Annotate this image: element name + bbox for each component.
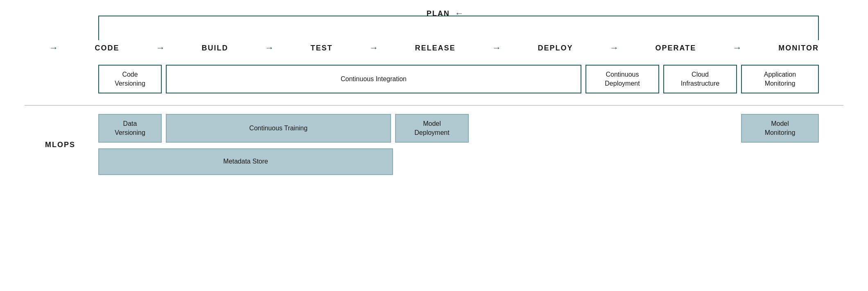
box-cloud-label: Cloud Infrastructure bbox=[681, 70, 719, 89]
box-metadata-store: Metadata Store bbox=[98, 148, 393, 175]
mlops-section: MLOPS Data Versioning Continuous Trainin… bbox=[49, 114, 819, 175]
box-code-versioning-label: Code Versioning bbox=[115, 70, 145, 89]
box-ct-label: Continuous Training bbox=[249, 124, 307, 133]
step-monitor: MONITOR bbox=[778, 44, 819, 52]
devops-row: Code Versioning Continuous Integration C… bbox=[49, 65, 819, 93]
step-deploy: DEPLOY bbox=[538, 44, 573, 52]
plan-label-area: PLAN ← bbox=[427, 8, 464, 19]
step-test: TEST bbox=[311, 44, 333, 52]
diagram-container: PLAN ← → CODE → BUILD → TEST → RELEASE → bbox=[0, 0, 868, 291]
box-ci-label: Continuous Integration bbox=[341, 75, 407, 84]
step-operate-label: OPERATE bbox=[656, 44, 696, 52]
box-model-monitoring: Model Monitoring bbox=[741, 114, 819, 143]
box-model-deployment: Model Deployment bbox=[395, 114, 469, 143]
plan-arrow: ← bbox=[455, 8, 464, 19]
box-continuous-deployment: Continuous Deployment bbox=[585, 65, 659, 93]
loop-left-border bbox=[98, 16, 99, 40]
step-operate: OPERATE bbox=[656, 44, 696, 52]
step-deploy-label: DEPLOY bbox=[538, 44, 573, 52]
step-test-label: TEST bbox=[311, 44, 333, 52]
step-monitor-label: MONITOR bbox=[778, 44, 819, 52]
box-app-mon-label: Application Monitoring bbox=[764, 70, 796, 89]
step-build: BUILD bbox=[202, 44, 228, 52]
step-code: CODE bbox=[95, 44, 120, 52]
step-build-label: BUILD bbox=[202, 44, 228, 52]
arrow-0: → bbox=[156, 43, 165, 53]
arrow-4: → bbox=[610, 43, 619, 53]
box-data-versioning: Data Versioning bbox=[98, 114, 162, 143]
arrow-1: → bbox=[265, 43, 274, 53]
mlops-spacer bbox=[473, 114, 737, 143]
box-application-monitoring: Application Monitoring bbox=[741, 65, 819, 93]
step-release-label: RELEASE bbox=[415, 44, 456, 52]
steps-row: → CODE → BUILD → TEST → RELEASE → DEPLOY… bbox=[49, 43, 819, 53]
arrow-5: → bbox=[733, 43, 742, 53]
box-data-versioning-label: Data Versioning bbox=[115, 119, 145, 138]
mlops-label: MLOPS bbox=[45, 140, 75, 149]
step-code-label: CODE bbox=[95, 44, 120, 52]
box-cloud-infrastructure: Cloud Infrastructure bbox=[663, 65, 737, 93]
box-cd-label: Continuous Deployment bbox=[605, 70, 640, 89]
mlops-bottom-row: Metadata Store bbox=[98, 148, 819, 175]
pipeline-loop: PLAN ← → CODE → BUILD → TEST → RELEASE → bbox=[49, 8, 819, 57]
plan-label: PLAN bbox=[427, 9, 450, 18]
box-model-deploy-label: Model Deployment bbox=[414, 119, 449, 138]
loop-right-border bbox=[818, 16, 819, 40]
loop-start-arrow: → bbox=[49, 43, 58, 53]
box-metadata-store-label: Metadata Store bbox=[223, 157, 268, 166]
mlops-top-row: Data Versioning Continuous Training Mode… bbox=[98, 114, 819, 143]
box-continuous-training: Continuous Training bbox=[166, 114, 391, 143]
box-model-mon-label: Model Monitoring bbox=[765, 119, 796, 138]
box-code-versioning: Code Versioning bbox=[98, 65, 162, 93]
section-divider bbox=[25, 105, 843, 106]
arrow-2: → bbox=[369, 43, 378, 53]
step-release: RELEASE bbox=[415, 44, 456, 52]
box-continuous-integration: Continuous Integration bbox=[166, 65, 581, 93]
arrow-3: → bbox=[492, 43, 501, 53]
